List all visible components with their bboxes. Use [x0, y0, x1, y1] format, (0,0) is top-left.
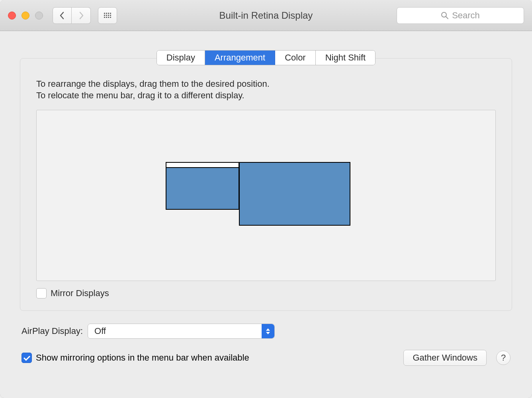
traffic-lights — [8, 12, 43, 20]
airplay-label: AirPlay Display: — [22, 326, 83, 336]
chevron-right-icon — [78, 12, 84, 20]
search-icon — [441, 12, 449, 20]
grid-icon — [104, 13, 111, 18]
tabbar: Display Arrangement Color Night Shift — [20, 50, 512, 65]
mirror-displays-label: Mirror Displays — [51, 288, 109, 298]
help-button[interactable]: ? — [496, 351, 510, 365]
show-mirroring-label: Show mirroring options in the menu bar w… — [36, 353, 249, 363]
airplay-value: Off — [94, 326, 106, 336]
instruction-line-1: To rearrange the displays, drag them to … — [36, 78, 496, 90]
instructions: To rearrange the displays, drag them to … — [36, 78, 496, 101]
tab-arrangement[interactable]: Arrangement — [205, 51, 275, 65]
bottom-area: AirPlay Display: Off Show mirroring opti… — [20, 324, 512, 366]
close-button[interactable] — [8, 12, 16, 20]
tab-group: Display Arrangement Color Night Shift — [156, 50, 376, 65]
footer-row: Show mirroring options in the menu bar w… — [22, 350, 510, 366]
maximize-button — [35, 12, 43, 20]
arrangement-panel: To rearrange the displays, drag them to … — [20, 58, 512, 311]
forward-button — [72, 7, 91, 24]
titlebar: Built-in Retina Display Search — [0, 0, 532, 31]
tab-color[interactable]: Color — [275, 51, 316, 65]
airplay-select[interactable]: Off — [88, 324, 275, 339]
back-button[interactable] — [53, 7, 72, 24]
search-placeholder: Search — [452, 10, 480, 21]
search-input[interactable]: Search — [397, 7, 524, 24]
mirror-displays-checkbox[interactable] — [36, 288, 47, 298]
show-all-button[interactable] — [98, 7, 117, 24]
menu-bar-handle[interactable] — [166, 163, 239, 168]
svg-point-0 — [442, 12, 446, 17]
show-mirroring-checkbox[interactable] — [22, 353, 32, 363]
minimize-button[interactable] — [22, 12, 29, 20]
mirror-displays-row: Mirror Displays — [36, 288, 496, 298]
nav-buttons — [53, 7, 91, 24]
preferences-window: Built-in Retina Display Search Display A… — [0, 0, 532, 398]
tab-display[interactable]: Display — [157, 51, 205, 65]
display-secondary[interactable] — [239, 162, 350, 226]
gather-windows-button[interactable]: Gather Windows — [403, 350, 487, 366]
tab-night-shift[interactable]: Night Shift — [316, 51, 376, 65]
airplay-row: AirPlay Display: Off — [22, 324, 510, 339]
content-area: Display Arrangement Color Night Shift To… — [0, 31, 532, 398]
instruction-line-2: To relocate the menu bar, drag it to a d… — [36, 90, 496, 101]
display-arrangement-area[interactable] — [36, 110, 496, 281]
display-primary[interactable] — [166, 162, 239, 210]
select-stepper-icon — [262, 324, 274, 338]
chevron-left-icon — [59, 12, 65, 20]
svg-line-1 — [446, 17, 448, 19]
